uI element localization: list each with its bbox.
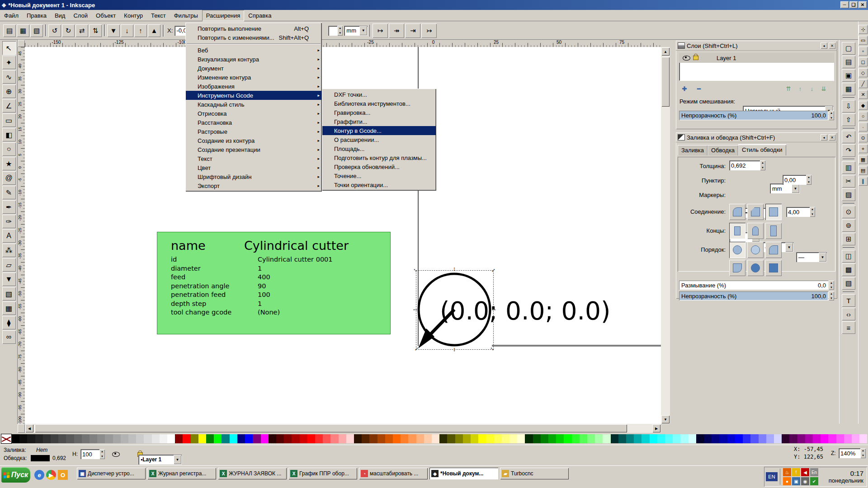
fill-stroke-tab[interactable]: Заливка — [678, 145, 708, 155]
toolbar-button[interactable]: ⇄ — [75, 24, 88, 37]
snap-toggle-button[interactable]: + — [859, 144, 868, 153]
horizontal-scrollbar[interactable]: ◀ ▶ — [25, 424, 661, 433]
toolbar-button[interactable]: ↻ — [62, 24, 75, 37]
order-stroke-markers-fill-button[interactable] — [747, 260, 764, 276]
color-swatch[interactable] — [339, 434, 346, 443]
color-swatch[interactable] — [300, 434, 307, 443]
color-swatch[interactable] — [105, 434, 113, 443]
color-swatch[interactable] — [237, 434, 245, 443]
menu-item[interactable]: Библиотека инструментов... — [322, 99, 436, 108]
color-swatch[interactable] — [432, 434, 439, 443]
toolbar-button[interactable]: ↑ — [134, 24, 147, 37]
tray-icon[interactable]: En — [810, 468, 818, 476]
color-swatch[interactable] — [416, 434, 424, 443]
color-swatch[interactable] — [175, 434, 183, 443]
command-button[interactable]: ▩ — [842, 263, 855, 276]
color-swatch[interactable] — [859, 434, 867, 443]
color-swatch[interactable] — [486, 434, 494, 443]
tool-button[interactable]: ↖ — [2, 41, 16, 55]
toolbar-button[interactable] — [45, 24, 46, 36]
color-swatch[interactable] — [315, 434, 323, 443]
menu-item[interactable]: Экспорт ▸ — [186, 181, 321, 190]
color-swatch[interactable] — [261, 434, 269, 443]
toolbar-button[interactable]: ▦ — [17, 24, 29, 37]
color-swatch[interactable] — [587, 434, 595, 443]
color-swatch[interactable] — [455, 434, 463, 443]
color-swatch[interactable] — [665, 434, 673, 443]
menu-item[interactable]: Повторить с изменениями... Shift+Alt+Q — [186, 33, 321, 42]
color-swatch[interactable] — [167, 434, 175, 443]
color-swatch[interactable] — [689, 434, 696, 443]
horizontal-scroll-thumb[interactable] — [35, 424, 627, 432]
color-swatch[interactable] — [642, 434, 649, 443]
color-swatch[interactable] — [377, 434, 385, 443]
stroke-width-value[interactable]: 0,692 — [52, 455, 66, 461]
menu-item[interactable]: Цвет ▸ — [186, 163, 321, 172]
color-swatch[interactable] — [502, 434, 509, 443]
menu-bar-item[interactable]: Файл — [0, 10, 23, 21]
taskbar-window-button[interactable]: ▣ Диспетчер устро... — [77, 468, 146, 479]
color-swatch[interactable] — [214, 434, 222, 443]
scale-handle-s[interactable]: ↕ — [451, 346, 458, 352]
y-spinner[interactable]: ▲▼ — [337, 26, 343, 36]
color-swatch[interactable] — [509, 434, 517, 443]
color-swatch[interactable] — [113, 434, 121, 443]
affect-toggle-button[interactable]: ↠ — [389, 23, 404, 38]
tool-button[interactable]: ▦ — [2, 301, 16, 315]
command-button[interactable]: ↶ — [842, 131, 855, 143]
command-button[interactable] — [843, 128, 854, 129]
join-miter-button[interactable] — [765, 204, 782, 220]
menu-bar-item[interactable]: Контур — [120, 10, 147, 21]
snap-toggle-button[interactable]: ▤ — [859, 166, 868, 175]
color-swatch[interactable] — [494, 434, 502, 443]
layer-opacity-slider[interactable]: Непрозрачность (%) 100,0 — [679, 111, 828, 120]
command-button[interactable]: ‹› — [842, 308, 855, 320]
menu-item[interactable]: Отрисовка ▸ — [186, 109, 321, 118]
snap-toggle-button[interactable]: ◇ — [859, 68, 868, 77]
scale-handle-w[interactable]: ↔ — [411, 306, 419, 312]
vertical-scrollbar[interactable]: ▲ ▼ — [661, 47, 670, 424]
toolbar-button[interactable]: ▤ — [3, 24, 16, 37]
menu-item[interactable]: Создание презентации ▸ — [186, 145, 321, 154]
gcode-tool-table[interactable]: name Cylindrical cutter id Cylindrical c… — [157, 232, 391, 334]
color-swatch[interactable] — [393, 434, 401, 443]
color-swatch[interactable] — [385, 434, 393, 443]
layer-visibility-icon[interactable] — [112, 452, 120, 457]
menu-item[interactable]: Точение... — [322, 171, 436, 180]
color-swatch[interactable] — [759, 434, 766, 443]
snap-toggle-button[interactable]: ∙ — [859, 122, 868, 131]
tool-button[interactable]: ✒ — [2, 200, 16, 214]
snap-toggle-button[interactable]: ▫ — [859, 47, 868, 56]
no-color-swatch[interactable] — [1, 434, 12, 444]
tool-button[interactable]: ∠ — [2, 99, 16, 113]
command-button[interactable] — [843, 203, 854, 204]
fill-stroke-tab[interactable]: Обводка — [708, 145, 738, 155]
order-fill-stroke-markers-button[interactable] — [729, 242, 745, 258]
menu-item[interactable]: Изображения ▸ — [186, 82, 321, 91]
blur-spinner[interactable]: ▲▼ — [829, 281, 834, 290]
stroke-width-spinner[interactable]: ▲▼ — [760, 160, 765, 170]
color-swatch[interactable] — [626, 434, 634, 443]
blur-slider[interactable]: Размывание (%) 0,0 — [679, 281, 828, 290]
color-swatch[interactable] — [183, 434, 190, 443]
color-swatch[interactable] — [603, 434, 610, 443]
color-swatch[interactable] — [821, 434, 828, 443]
layer-row[interactable]: Layer 1 — [679, 53, 834, 63]
color-swatch[interactable] — [611, 434, 618, 443]
menu-item[interactable]: Текст ▸ — [186, 154, 321, 163]
color-swatch[interactable] — [35, 434, 43, 443]
close-icon[interactable]: ✕ — [829, 134, 835, 141]
taskbar-window-button[interactable]: ◔ масштабировать ... — [359, 468, 428, 479]
command-button[interactable]: ⊙ — [842, 206, 855, 218]
menu-item[interactable]: Изменение контура ▸ — [186, 73, 321, 82]
layer-move-button[interactable]: ⇈ — [784, 84, 793, 93]
command-button[interactable]: ▤ — [842, 56, 855, 68]
color-swatch[interactable] — [813, 434, 821, 443]
layer-move-button[interactable]: ↓ — [808, 84, 816, 93]
menu-item[interactable]: Создание из контура ▸ — [186, 136, 321, 145]
color-swatch[interactable] — [548, 434, 556, 443]
color-swatch[interactable] — [27, 434, 35, 443]
cap-square-button[interactable] — [765, 223, 782, 239]
zoom-spinner[interactable]: ▲▼ — [860, 448, 866, 458]
stroke-unit-dropdown[interactable]: mm ▼ — [770, 183, 800, 193]
